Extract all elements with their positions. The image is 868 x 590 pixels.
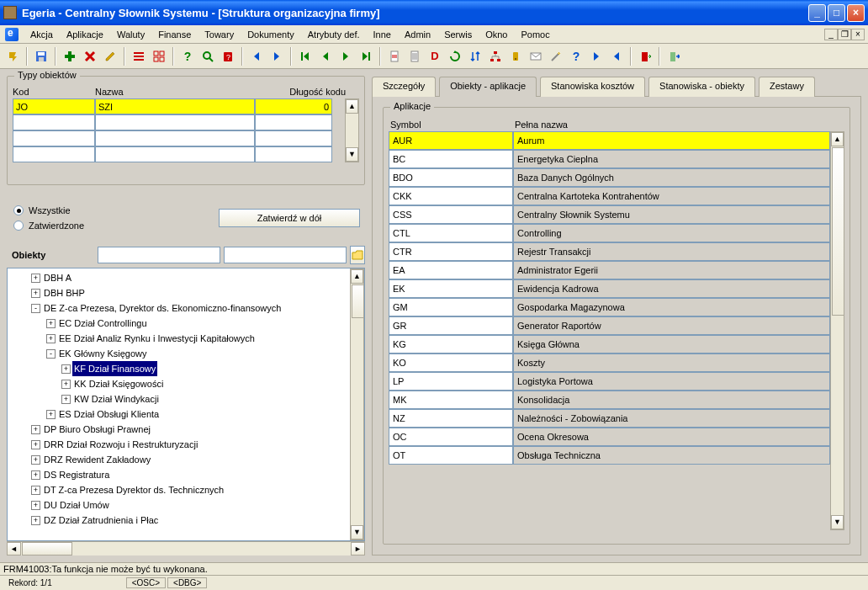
menu-inne[interactable]: Inne bbox=[367, 27, 398, 42]
collapse-icon[interactable]: - bbox=[31, 304, 40, 313]
app-symbol-input[interactable] bbox=[389, 205, 513, 224]
apps-row[interactable] bbox=[389, 242, 830, 261]
app-name-input[interactable] bbox=[513, 446, 830, 465]
menu-towary[interactable]: Towary bbox=[198, 27, 241, 42]
app-name-input[interactable] bbox=[513, 261, 830, 279]
scroll-up-icon[interactable]: ▲ bbox=[351, 269, 363, 284]
app-name-input[interactable] bbox=[513, 316, 830, 335]
d-icon[interactable]: D bbox=[426, 47, 444, 66]
scroll-right-icon[interactable]: ► bbox=[351, 542, 365, 555]
app-symbol-input[interactable] bbox=[389, 446, 513, 465]
last-icon[interactable] bbox=[357, 47, 375, 66]
help2-icon[interactable]: ? bbox=[567, 47, 585, 66]
types-row[interactable] bbox=[13, 130, 345, 146]
scroll-up-icon[interactable]: ▲ bbox=[346, 99, 358, 114]
tab-2[interactable]: Stanowiska kosztów bbox=[540, 77, 645, 97]
apps-row[interactable] bbox=[389, 205, 830, 224]
tree-node[interactable]: +DBH BHP bbox=[9, 285, 350, 300]
tree-node[interactable]: +DRZ Rewident Zakładowy bbox=[9, 452, 350, 467]
app-symbol-input[interactable] bbox=[389, 335, 513, 353]
menu-aplikacje[interactable]: Aplikacje bbox=[60, 27, 110, 42]
objects-filter-1[interactable] bbox=[98, 247, 220, 263]
objects-browse-button[interactable] bbox=[350, 246, 365, 264]
apps-row[interactable] bbox=[389, 446, 830, 465]
types-nazwa-input[interactable] bbox=[95, 114, 255, 130]
tree-icon[interactable] bbox=[486, 47, 505, 66]
menu-finanse[interactable]: Finanse bbox=[151, 27, 198, 42]
apps-row[interactable] bbox=[389, 298, 830, 316]
tree-node[interactable]: +DU Dział Umów bbox=[9, 497, 350, 513]
next-icon[interactable] bbox=[336, 47, 355, 66]
scroll-down-icon[interactable]: ▼ bbox=[351, 525, 363, 540]
nav-right-icon[interactable] bbox=[587, 47, 606, 66]
tree-node[interactable]: +EC Dział Controllingu bbox=[9, 316, 350, 331]
first-icon[interactable] bbox=[296, 47, 315, 66]
mdi-restore-button[interactable]: ❐ bbox=[838, 29, 851, 40]
app-symbol-input[interactable] bbox=[389, 224, 513, 242]
expand-icon[interactable]: + bbox=[31, 274, 40, 283]
tree-hscroll[interactable]: ◄ ► bbox=[7, 541, 365, 555]
app-symbol-input[interactable] bbox=[389, 409, 513, 428]
tree-node[interactable]: +DT Z-ca Prezesa Dyrektor ds. Techniczny… bbox=[9, 482, 350, 497]
app-name-input[interactable] bbox=[513, 187, 830, 205]
expand-icon[interactable]: + bbox=[31, 470, 40, 480]
types-kod-input[interactable] bbox=[13, 146, 95, 162]
app-name-input[interactable] bbox=[513, 409, 830, 428]
help-search-icon[interactable] bbox=[198, 47, 217, 66]
tree-vscroll[interactable]: ▲ ▼ bbox=[350, 268, 364, 540]
types-dlugosc-input[interactable] bbox=[255, 146, 332, 162]
help-question-icon[interactable]: ? bbox=[178, 47, 197, 66]
prev-icon[interactable] bbox=[316, 47, 335, 66]
types-kod-input[interactable] bbox=[13, 114, 95, 130]
menu-pomoc[interactable]: Pomoc bbox=[514, 27, 556, 42]
app-symbol-input[interactable] bbox=[389, 168, 513, 187]
apps-row[interactable] bbox=[389, 279, 830, 298]
collapse-icon[interactable]: - bbox=[46, 349, 56, 359]
tab-1[interactable]: Obiekty - aplikacje bbox=[439, 77, 537, 97]
list-icon[interactable] bbox=[130, 47, 148, 66]
menu-dokumenty[interactable]: Dokumenty bbox=[241, 27, 301, 42]
apps-row[interactable] bbox=[389, 409, 830, 428]
tree-node[interactable]: +DZ Dział Zatrudnienia i Płac bbox=[9, 513, 350, 528]
app-name-input[interactable] bbox=[513, 242, 830, 261]
types-scrollbar[interactable]: ▲ ▼ bbox=[345, 98, 359, 162]
minimize-button[interactable]: _ bbox=[808, 4, 826, 22]
types-kod-input[interactable] bbox=[13, 98, 95, 114]
tree-node[interactable]: +DP Biuro Obsługi Prawnej bbox=[9, 422, 350, 437]
tree-node[interactable]: +ES Dział Obsługi Klienta bbox=[9, 407, 350, 422]
menu-okno[interactable]: Okno bbox=[479, 27, 514, 42]
menu-akcja[interactable]: Akcja bbox=[24, 27, 60, 42]
menu-atrybutydef[interactable]: Atrybuty def. bbox=[301, 27, 367, 42]
maximize-button[interactable]: □ bbox=[828, 4, 845, 22]
pin-icon[interactable] bbox=[3, 47, 22, 66]
app-symbol-input[interactable] bbox=[389, 279, 513, 298]
wand-icon[interactable] bbox=[547, 47, 565, 66]
types-kod-input[interactable] bbox=[13, 130, 95, 146]
help-book-icon[interactable]: ? bbox=[219, 47, 237, 66]
apps-row[interactable] bbox=[389, 187, 830, 205]
expand-icon[interactable]: + bbox=[61, 395, 71, 404]
exit-icon[interactable] bbox=[664, 47, 683, 66]
scroll-up-icon[interactable]: ▲ bbox=[831, 132, 844, 146]
arrow-left-icon[interactable] bbox=[247, 47, 266, 66]
types-dlugosc-input[interactable] bbox=[255, 114, 332, 130]
types-row[interactable] bbox=[13, 146, 345, 162]
expand-icon[interactable]: + bbox=[61, 380, 71, 389]
types-row[interactable] bbox=[13, 98, 345, 114]
app-symbol-input[interactable] bbox=[389, 428, 513, 446]
types-nazwa-input[interactable] bbox=[95, 146, 255, 162]
expand-icon[interactable]: + bbox=[31, 425, 40, 434]
radio-all[interactable]: Wszystkie bbox=[13, 205, 150, 215]
app-name-input[interactable] bbox=[513, 372, 830, 391]
mdi-minimize-button[interactable]: _ bbox=[824, 29, 838, 40]
app-name-input[interactable] bbox=[513, 353, 830, 372]
grid-icon[interactable] bbox=[150, 47, 168, 66]
close-button[interactable]: × bbox=[847, 4, 865, 22]
sort-icon[interactable] bbox=[466, 47, 484, 66]
types-row[interactable] bbox=[13, 114, 345, 130]
app-name-input[interactable] bbox=[513, 279, 830, 298]
doc2-icon[interactable] bbox=[405, 47, 424, 66]
apps-row[interactable] bbox=[389, 131, 830, 150]
app-symbol-input[interactable] bbox=[389, 131, 513, 150]
app-name-input[interactable] bbox=[513, 224, 830, 242]
